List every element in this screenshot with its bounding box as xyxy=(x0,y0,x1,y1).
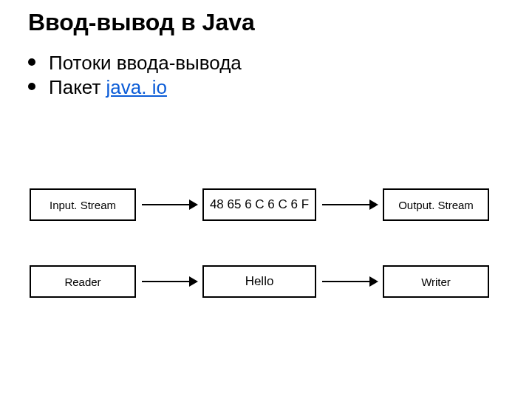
bullet-list: Потоки ввода-вывода Пакет java. io xyxy=(28,52,242,100)
box-output-stream: Output. Stream xyxy=(383,188,489,221)
diagram-row-chars: Reader Hello Writer xyxy=(30,265,502,298)
diagram: Input. Stream 48 65 6 C 6 C 6 F Output. … xyxy=(30,188,502,342)
bullet-item-1: Потоки ввода-вывода xyxy=(28,52,242,75)
bullet-2-link[interactable]: java. io xyxy=(106,76,167,98)
bullet-item-2: Пакет java. io xyxy=(28,76,242,99)
bullet-dot-icon xyxy=(28,58,35,66)
box-reader: Reader xyxy=(30,265,136,298)
bullet-text-2: Пакет java. io xyxy=(49,76,167,99)
bullet-2-prefix: Пакет xyxy=(49,76,106,98)
diagram-row-bytes: Input. Stream 48 65 6 C 6 C 6 F Output. … xyxy=(30,188,502,221)
bullet-dot-icon xyxy=(28,83,35,90)
box-input-stream: Input. Stream xyxy=(30,188,136,221)
arrow-icon xyxy=(136,267,202,296)
box-hex-bytes: 48 65 6 C 6 C 6 F xyxy=(202,188,316,221)
box-writer: Writer xyxy=(383,265,489,298)
arrow-icon xyxy=(316,267,383,296)
box-hello: Hello xyxy=(202,265,316,298)
arrow-icon xyxy=(316,190,383,219)
bullet-text-1: Потоки ввода-вывода xyxy=(49,52,242,75)
slide-title: Ввод-вывод в Java xyxy=(28,9,255,36)
arrow-icon xyxy=(136,190,202,219)
